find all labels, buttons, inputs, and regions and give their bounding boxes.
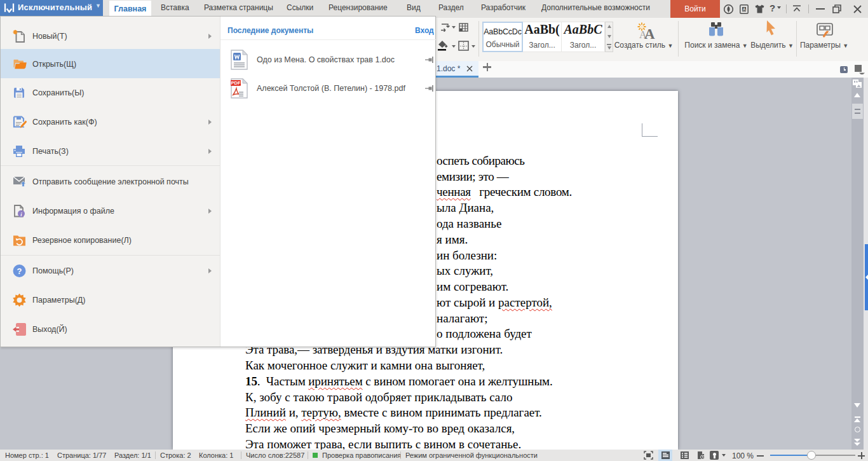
- svg-text:PDF: PDF: [231, 80, 241, 86]
- svg-text:A: A: [743, 7, 746, 11]
- svg-text:A: A: [644, 26, 655, 39]
- svg-text:?: ?: [17, 266, 22, 276]
